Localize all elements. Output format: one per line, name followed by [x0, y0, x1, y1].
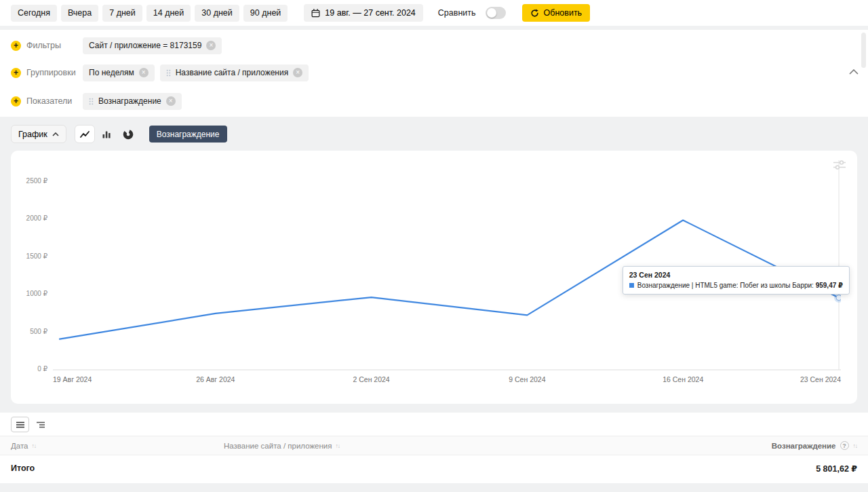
x-axis-label: 23 Сен 2024: [800, 375, 841, 383]
tree-view-icon[interactable]: [31, 417, 50, 432]
filters-panel: + Фильтры Сайт / приложение = 8173159 × …: [0, 30, 868, 117]
date-range-label: 19 авг. — 27 сент. 2024: [325, 8, 416, 18]
metrics-label: Показатели: [26, 96, 72, 106]
y-axis-label: 2000 ₽: [26, 214, 47, 222]
y-axis-label: 1000 ₽: [26, 290, 47, 297]
chart-controls: График Вознаграждение: [11, 125, 227, 143]
date-range-picker[interactable]: 19 авг. — 27 сент. 2024: [304, 4, 423, 22]
table-total-row: Итого 5 801,62 ₽: [0, 455, 868, 481]
groupings-label: Группировки: [26, 68, 76, 77]
chip-label: По неделям: [89, 68, 134, 77]
filters-label: Фильтры: [26, 41, 61, 50]
chart-button-label: График: [18, 130, 47, 139]
toggle-knob: [487, 8, 496, 18]
preset-90days[interactable]: 90 дней: [243, 5, 288, 22]
chip-label: Сайт / приложение = 8173159: [89, 41, 201, 50]
drag-handle-icon[interactable]: [89, 98, 94, 105]
grouping-chip[interactable]: По неделям ×: [83, 64, 155, 81]
metric-badge[interactable]: Вознаграждение: [149, 126, 227, 143]
x-axis-label: 2 Сен 2024: [353, 375, 389, 383]
column-header-reward[interactable]: Вознаграждение ? ↑↓: [772, 441, 857, 450]
refresh-label: Обновить: [544, 8, 583, 18]
chart-collapse-button[interactable]: График: [11, 125, 66, 143]
tooltip-text: Вознаграждение | HTML5 game: Побег из шк…: [637, 282, 843, 289]
drag-handle-icon[interactable]: [166, 69, 171, 77]
preset-14days[interactable]: 14 дней: [146, 5, 191, 22]
filter-chip[interactable]: Сайт / приложение = 8173159 ×: [83, 37, 222, 54]
add-metric-icon[interactable]: +: [11, 96, 21, 107]
x-axis-label: 26 Авг 2024: [196, 375, 235, 383]
x-axis: 19 Авг 202426 Авг 20242 Сен 20249 Сен 20…: [53, 375, 841, 385]
total-value: 5 801,62 ₽: [816, 463, 857, 474]
flat-list-view-icon[interactable]: [11, 417, 29, 432]
x-axis-label: 19 Авг 2024: [53, 375, 92, 383]
view-toggles: [0, 413, 868, 436]
series-marker-icon: [629, 283, 634, 288]
add-grouping-icon[interactable]: +: [11, 68, 21, 78]
sort-icon[interactable]: ↑↓: [336, 442, 340, 449]
y-axis-label: 2500 ₽: [26, 177, 47, 185]
metrics-row: + Показатели Вознаграждение ×: [0, 87, 868, 115]
chip-label: Вознаграждение: [98, 96, 161, 106]
preset-30days[interactable]: 30 дней: [195, 5, 239, 22]
groupings-row: + Группировки По неделям × Название сайт…: [0, 58, 868, 87]
chart-settings-icon[interactable]: [833, 160, 846, 170]
preset-7days[interactable]: 7 дней: [102, 5, 142, 22]
tooltip-date: 23 Сен 2024: [629, 271, 843, 279]
chart-type-switcher: [75, 125, 138, 143]
chip-label: Название сайта / приложения: [176, 68, 288, 77]
preset-yesterday[interactable]: Вчера: [61, 5, 98, 22]
remove-chip-icon[interactable]: ×: [206, 41, 216, 50]
sort-icon[interactable]: ↑↓: [31, 442, 36, 449]
line-chart-icon[interactable]: [75, 125, 95, 143]
total-label: Итого: [11, 463, 816, 473]
chart-tooltip: 23 Сен 2024 Вознаграждение | HTML5 game:…: [623, 266, 850, 295]
y-axis-label: 1500 ₽: [26, 252, 47, 260]
tooltip-value: 959,47 ₽: [816, 282, 843, 289]
refresh-button[interactable]: Обновить: [522, 4, 591, 22]
compare-label: Сравнить: [438, 8, 476, 18]
y-axis: 0 ₽500 ₽1000 ₽1500 ₽2000 ₽2500 ₽: [11, 151, 47, 404]
remove-chip-icon[interactable]: ×: [293, 68, 302, 77]
scrollbar-thumb[interactable]: [861, 33, 866, 68]
sort-icon[interactable]: ↑↓: [853, 442, 858, 449]
table-header: Дата ↑↓ Название сайта / приложения ↑↓ В…: [0, 436, 868, 455]
remove-chip-icon[interactable]: ×: [139, 68, 149, 77]
table-panel: Дата ↑↓ Название сайта / приложения ↑↓ В…: [0, 413, 868, 483]
filters-row: + Фильтры Сайт / приложение = 8173159 ×: [0, 30, 868, 58]
column-header-site-name[interactable]: Название сайта / приложения ↑↓: [224, 442, 772, 450]
y-axis-label: 0 ₽: [37, 365, 47, 373]
grouping-chip[interactable]: Название сайта / приложения ×: [160, 64, 309, 81]
column-header-date[interactable]: Дата ↑↓: [11, 442, 224, 450]
help-icon[interactable]: ?: [840, 441, 849, 450]
pie-chart-icon[interactable]: [118, 125, 138, 143]
metric-chip[interactable]: Вознаграждение ×: [83, 93, 182, 110]
calendar-icon: [311, 9, 320, 18]
refresh-icon: [530, 9, 539, 18]
collapse-chevron-up-icon[interactable]: [849, 69, 859, 75]
x-axis-label: 9 Сен 2024: [509, 375, 545, 383]
bar-chart-icon[interactable]: [96, 125, 117, 143]
add-filter-icon[interactable]: +: [11, 41, 21, 51]
x-axis-label: 16 Сен 2024: [663, 375, 703, 383]
chevron-up-icon: [52, 132, 59, 136]
toolbar: Сегодня Вчера 7 дней 14 дней 30 дней 90 …: [0, 0, 868, 26]
preset-today[interactable]: Сегодня: [11, 5, 57, 22]
compare-toggle[interactable]: [486, 7, 506, 19]
chart-card: 0 ₽500 ₽1000 ₽1500 ₽2000 ₽2500 ₽ 19 Авг …: [11, 151, 857, 404]
y-axis-label: 500 ₽: [30, 328, 47, 335]
remove-chip-icon[interactable]: ×: [166, 96, 176, 106]
